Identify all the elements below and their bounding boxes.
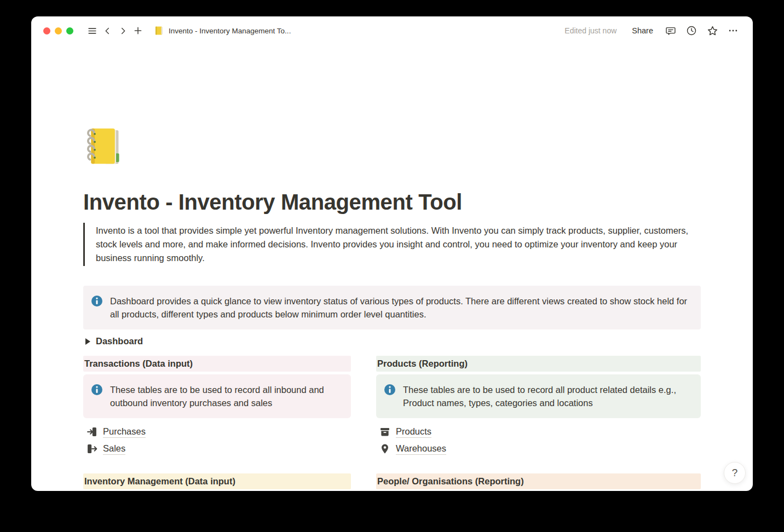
- tab-title-label: Invento - Inventory Management To...: [169, 27, 291, 35]
- help-button[interactable]: ?: [724, 462, 746, 484]
- dashboard-callout: Dashboard provides a quick glance to vie…: [83, 286, 701, 329]
- columns-row-2: Inventory Management (Data input) These …: [83, 473, 701, 491]
- section-header: Products (Reporting): [376, 356, 701, 372]
- page-link-label: Warehouses: [396, 442, 446, 455]
- more-icon[interactable]: [725, 23, 741, 38]
- dashboard-callout-text: Dashboard provides a quick glance to vie…: [110, 294, 692, 321]
- page-link-label: Sales: [103, 442, 125, 455]
- section-title: Transactions (Data input): [84, 358, 193, 369]
- section-inventory-management: Inventory Management (Data input) These …: [83, 473, 351, 491]
- location-pin-icon: [379, 443, 390, 454]
- new-tab-icon[interactable]: [130, 23, 146, 38]
- section-links: Products Warehouses: [376, 423, 701, 457]
- title-bar: Invento - Inventory Management To... Edi…: [31, 16, 753, 45]
- page-link-warehouses[interactable]: Warehouses: [376, 440, 701, 457]
- menu-icon[interactable]: [84, 23, 100, 38]
- section-title: Inventory Management (Data input): [84, 476, 235, 487]
- page-body: Invento - Inventory Management Tool Inve…: [83, 45, 701, 491]
- page-title: Invento - Inventory Management Tool: [83, 189, 701, 215]
- section-people-organisations: People/ Organisations (Reporting) These …: [376, 473, 701, 491]
- share-button[interactable]: Share: [627, 24, 658, 37]
- info-icon: [91, 384, 103, 396]
- notebook-icon: [154, 26, 164, 36]
- star-icon[interactable]: [705, 23, 720, 38]
- section-products: Products (Reporting) These tables are to…: [376, 356, 701, 457]
- section-callout-text: These tables are to be used to record al…: [403, 383, 692, 409]
- edited-status: Edited just now: [564, 26, 616, 35]
- zoom-window-icon[interactable]: [66, 27, 73, 34]
- section-header: Transactions (Data input): [83, 356, 351, 372]
- quote-block: Invento is a tool that provides simple y…: [83, 223, 701, 266]
- page-icon-notebook[interactable]: [83, 124, 127, 168]
- page-link-sales[interactable]: Sales: [83, 440, 351, 457]
- section-callout: These tables are to be used to record al…: [83, 374, 351, 418]
- section-header: People/ Organisations (Reporting): [376, 473, 701, 489]
- logout-icon: [87, 443, 97, 454]
- page-link-label: Products: [396, 425, 431, 438]
- breadcrumb[interactable]: Invento - Inventory Management To...: [154, 26, 291, 36]
- info-icon: [384, 384, 396, 396]
- page-link-purchases[interactable]: Purchases: [83, 423, 351, 440]
- traffic-lights: [43, 27, 73, 34]
- section-transactions: Transactions (Data input) These tables a…: [83, 356, 351, 457]
- page-link-products[interactable]: Products: [376, 423, 701, 440]
- archive-box-icon: [379, 426, 390, 437]
- titlebar-actions: Edited just now Share: [564, 23, 741, 38]
- section-title: Products (Reporting): [377, 358, 468, 369]
- section-callout-text: These tables are to be used to record al…: [110, 383, 342, 409]
- back-icon[interactable]: [100, 23, 115, 38]
- section-links: Purchases Sales: [83, 423, 351, 457]
- columns-row-1: Transactions (Data input) These tables a…: [83, 356, 701, 457]
- dashboard-toggle[interactable]: Dashboard: [83, 336, 701, 346]
- app-window: Invento - Inventory Management To... Edi…: [31, 16, 753, 491]
- history-icon[interactable]: [684, 23, 699, 38]
- comment-icon[interactable]: [663, 23, 678, 38]
- page-link-label: Purchases: [103, 425, 146, 438]
- toggle-arrow-icon: [85, 338, 90, 345]
- section-title: People/ Organisations (Reporting): [377, 476, 524, 487]
- login-icon: [87, 426, 97, 437]
- minimize-window-icon[interactable]: [55, 27, 62, 34]
- forward-icon[interactable]: [115, 23, 130, 38]
- section-callout: These tables are to be used to record al…: [376, 374, 701, 418]
- close-window-icon[interactable]: [43, 27, 50, 34]
- info-icon: [91, 295, 103, 307]
- section-header: Inventory Management (Data input): [83, 473, 351, 489]
- dashboard-toggle-label: Dashboard: [96, 336, 143, 346]
